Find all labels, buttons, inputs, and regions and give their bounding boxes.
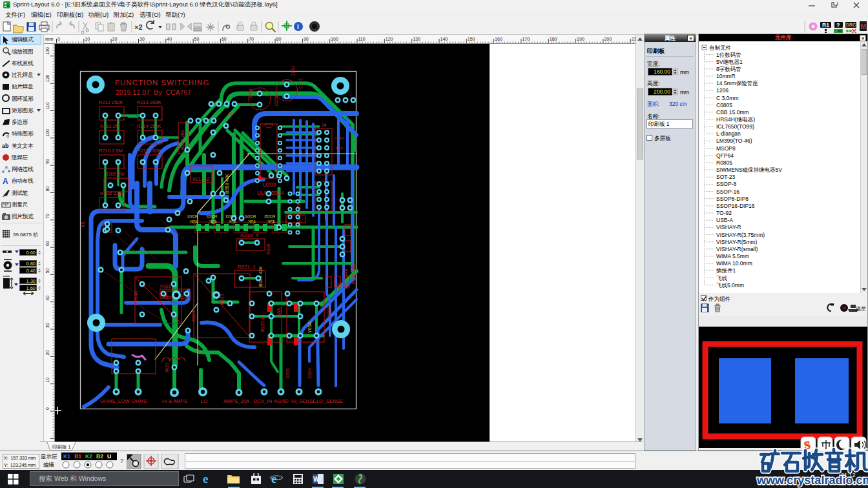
svg-text:10mmR: 10mmR [716, 73, 736, 79]
svg-text:10: 10 [85, 37, 90, 41]
svg-text:C0805: C0805 [716, 102, 732, 108]
svg-text:14.5mm保险管座: 14.5mm保险管座 [716, 80, 758, 86]
svg-text:?: ? [836, 22, 840, 28]
svg-text:R204: R204 [245, 214, 256, 219]
svg-text:10: 10 [45, 378, 50, 383]
svg-text:USB-A: USB-A [716, 217, 733, 223]
svg-text:自制元件: 自制元件 [709, 45, 732, 51]
svg-text:R246 20K: R246 20K [180, 130, 185, 150]
svg-text:SOT-23: SOT-23 [716, 174, 736, 180]
svg-text:45K: 45K [247, 219, 256, 224]
svg-text:2015.12.07 By CCA767: 2015.12.07 By CCA767 [116, 89, 191, 96]
svg-text:C 3.0mm: C 3.0mm [716, 95, 738, 101]
svg-text:1位数码管: 1位数码管 [716, 52, 741, 58]
svg-text:170: 170 [522, 37, 530, 41]
svg-text:R201: R201 [187, 214, 198, 219]
svg-text:130: 130 [413, 37, 420, 41]
svg-text:HRS4H: HRS4H [134, 291, 138, 305]
svg-text:160: 160 [495, 37, 502, 41]
svg-text:R219 4: R219 4 [240, 232, 259, 238]
svg-text:R208 2.5M: R208 2.5M [100, 190, 124, 196]
svg-text:180: 180 [550, 37, 557, 41]
svg-text:VISHAY-R(3.75mm): VISHAY-R(3.75mm) [716, 232, 765, 238]
svg-text:i: i [297, 23, 299, 30]
svg-text:8字数码管: 8字数码管 [716, 66, 741, 72]
svg-text:R202: R202 [206, 214, 217, 219]
svg-text:LM399(TO-46): LM399(TO-46) [716, 137, 752, 144]
svg-text:30: 30 [140, 37, 145, 41]
svg-text:R212 250K: R212 250K [99, 99, 123, 105]
svg-text:60: 60 [222, 37, 227, 41]
svg-text:R211 2M: R211 2M [100, 123, 119, 129]
svg-text:R214 250K: R214 250K [137, 123, 161, 129]
svg-text:LO_SENSE: LO_SENSE [316, 398, 343, 404]
svg-text:200: 200 [604, 37, 612, 41]
svg-text:D202: D202 [327, 307, 331, 318]
svg-text:30: 30 [45, 323, 50, 328]
svg-text:Y05A: Y05A [307, 322, 312, 333]
svg-text:120: 120 [386, 37, 393, 41]
svg-text:90: 90 [304, 37, 309, 41]
svg-text:K2: K2 [196, 347, 201, 352]
svg-text:L-diangan: L-diangan [716, 130, 741, 137]
svg-text:QFP64: QFP64 [716, 152, 734, 159]
svg-text:R225 1*: R225 1* [260, 315, 265, 332]
svg-text:飞线5.0mm: 飞线5.0mm [716, 282, 744, 289]
svg-text:45K: 45K [189, 219, 198, 224]
svg-text:190: 190 [577, 37, 584, 41]
svg-text:www.crystalradio.cn: www.crystalradio.cn [756, 474, 868, 487]
svg-text:45K: 45K [267, 219, 275, 224]
svg-text:ICL7650(TO99): ICL7650(TO99) [716, 123, 754, 130]
svg-text:90: 90 [45, 159, 50, 164]
svg-text:R224: R224 [191, 310, 196, 321]
svg-text:印刷板 1: 印刷板 1 [52, 444, 71, 450]
svg-text:ab: ab [2, 143, 9, 149]
svg-text:OHMS_LOW: OHMS_LOW [100, 398, 130, 404]
svg-text:R217 02: R217 02 [192, 177, 210, 181]
svg-text:U203: U203 [263, 181, 276, 188]
svg-text:J4: J4 [321, 122, 327, 128]
svg-text:24K: 24K [336, 282, 340, 290]
svg-text:R210 2.5M: R210 2.5M [99, 148, 123, 154]
svg-text:WIMA 5.5mm: WIMA 5.5mm [716, 253, 749, 259]
svg-text:130: 130 [45, 47, 50, 55]
svg-text:50: 50 [194, 37, 200, 41]
svg-text:R223: R223 [220, 294, 224, 305]
svg-text:R205: R205 [264, 214, 275, 219]
svg-text:R215 200K: R215 200K [137, 148, 161, 154]
svg-text:插接件1: 插接件1 [716, 267, 736, 274]
svg-text:K5: K5 [81, 221, 85, 227]
svg-text:GND: GND [335, 136, 344, 140]
svg-text:0: 0 [57, 37, 60, 41]
svg-text:SSOP-8: SSOP-8 [716, 181, 736, 187]
svg-text:M: M [861, 23, 866, 30]
svg-text:50: 50 [45, 269, 50, 274]
svg-text:AGND: AGND [274, 398, 289, 404]
svg-text:HI_SENSE: HI_SENSE [291, 398, 316, 404]
svg-text:20: 20 [112, 37, 118, 41]
svg-text:80: 80 [45, 187, 50, 192]
svg-text:R231 24K: R231 24K [351, 264, 356, 284]
svg-text:220u: 220u [248, 88, 253, 98]
svg-text:45K: 45K [209, 219, 217, 224]
svg-text:C207: C207 [298, 78, 303, 88]
svg-text:o: o [6, 134, 9, 138]
svg-text:FUNCTION SWITCHING: FUNCTION SWITCHING [115, 79, 209, 86]
svg-text:TO-92: TO-92 [716, 210, 732, 216]
svg-text:R220: R220 [266, 243, 271, 254]
svg-text:HRS4H(继电器): HRS4H(继电器) [716, 116, 755, 123]
svg-text:×2: ×2 [134, 23, 143, 31]
svg-text:VISHAY-R: VISHAY-R [716, 224, 741, 230]
svg-text:D204: D204 [307, 368, 312, 378]
svg-text:40: 40 [167, 37, 172, 41]
svg-text:飞线: 飞线 [716, 275, 728, 281]
svg-text:SSOP8-DIP8: SSOP8-DIP8 [716, 196, 749, 202]
svg-text:A: A [3, 177, 8, 186]
svg-text:J2: J2 [227, 110, 233, 116]
svg-text:DCV_IN: DCV_IN [254, 398, 273, 404]
svg-text:DRC: DRC [846, 23, 856, 27]
svg-text:140: 140 [440, 37, 448, 41]
svg-text:VISHAY-R(5mm): VISHAY-R(5mm) [716, 239, 757, 245]
svg-text:R209 2M: R209 2M [105, 171, 124, 177]
svg-text:C206: C206 [274, 96, 278, 106]
